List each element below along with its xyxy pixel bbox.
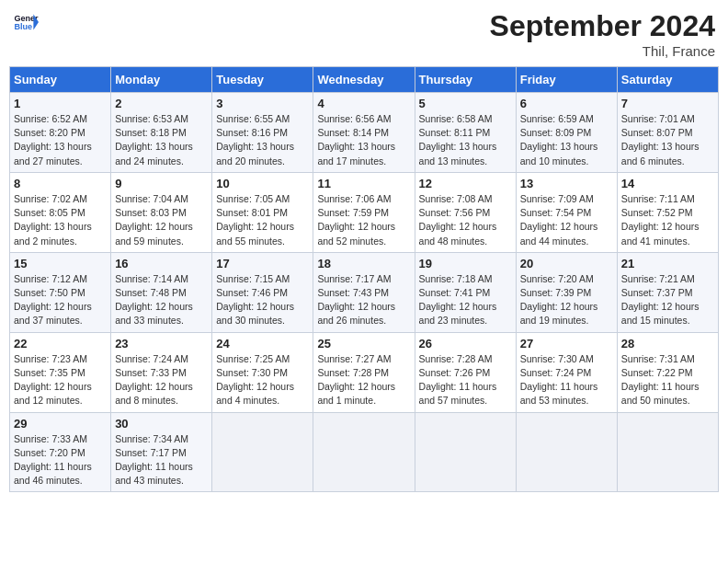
day-detail: Sunrise: 7:14 AM Sunset: 7:48 PM Dayligh…	[115, 272, 208, 328]
calendar-cell: 5Sunrise: 6:58 AM Sunset: 8:11 PM Daylig…	[415, 93, 516, 173]
day-detail: Sunrise: 7:31 AM Sunset: 7:22 PM Dayligh…	[621, 352, 714, 408]
calendar-header-row: SundayMondayTuesdayWednesdayThursdayFrid…	[10, 67, 719, 93]
calendar-cell	[212, 412, 313, 492]
day-detail: Sunrise: 7:09 AM Sunset: 7:54 PM Dayligh…	[520, 192, 613, 248]
calendar-cell: 4Sunrise: 6:56 AM Sunset: 8:14 PM Daylig…	[313, 93, 415, 173]
header-saturday: Saturday	[617, 67, 718, 93]
header-friday: Friday	[516, 67, 617, 93]
day-detail: Sunrise: 7:18 AM Sunset: 7:41 PM Dayligh…	[419, 272, 512, 328]
day-detail: Sunrise: 7:20 AM Sunset: 7:39 PM Dayligh…	[520, 272, 613, 328]
header-wednesday: Wednesday	[313, 67, 415, 93]
day-number: 20	[520, 257, 613, 270]
calendar-cell: 22Sunrise: 7:23 AM Sunset: 7:35 PM Dayli…	[10, 332, 111, 412]
day-number: 7	[621, 97, 714, 110]
day-number: 28	[621, 337, 714, 350]
day-number: 1	[14, 97, 107, 110]
calendar-week-3: 15Sunrise: 7:12 AM Sunset: 7:50 PM Dayli…	[10, 252, 719, 332]
day-number: 13	[520, 177, 613, 190]
day-number: 8	[14, 177, 107, 190]
calendar-week-5: 29Sunrise: 7:33 AM Sunset: 7:20 PM Dayli…	[10, 412, 719, 492]
day-number: 5	[419, 97, 512, 110]
svg-text:Blue: Blue	[14, 22, 32, 31]
day-number: 9	[115, 177, 208, 190]
calendar-table: SundayMondayTuesdayWednesdayThursdayFrid…	[9, 66, 719, 492]
day-number: 29	[14, 417, 107, 431]
day-detail: Sunrise: 7:28 AM Sunset: 7:26 PM Dayligh…	[419, 352, 512, 408]
calendar-cell: 30Sunrise: 7:34 AM Sunset: 7:17 PM Dayli…	[111, 412, 212, 492]
calendar-cell: 17Sunrise: 7:15 AM Sunset: 7:46 PM Dayli…	[212, 252, 313, 332]
day-number: 3	[216, 97, 309, 110]
day-detail: Sunrise: 7:08 AM Sunset: 7:56 PM Dayligh…	[419, 192, 512, 248]
day-detail: Sunrise: 7:05 AM Sunset: 8:01 PM Dayligh…	[216, 192, 309, 248]
day-number: 24	[216, 337, 309, 350]
day-detail: Sunrise: 7:30 AM Sunset: 7:24 PM Dayligh…	[520, 352, 613, 408]
calendar-cell: 14Sunrise: 7:11 AM Sunset: 7:52 PM Dayli…	[617, 172, 718, 252]
day-number: 22	[14, 337, 107, 350]
calendar-cell: 11Sunrise: 7:06 AM Sunset: 7:59 PM Dayli…	[313, 172, 415, 252]
location: Thil, France	[490, 43, 715, 59]
day-detail: Sunrise: 6:56 AM Sunset: 8:14 PM Dayligh…	[317, 112, 410, 168]
calendar-cell: 20Sunrise: 7:20 AM Sunset: 7:39 PM Dayli…	[516, 252, 617, 332]
day-detail: Sunrise: 6:52 AM Sunset: 8:20 PM Dayligh…	[14, 112, 107, 168]
calendar-cell	[516, 412, 617, 492]
day-detail: Sunrise: 7:21 AM Sunset: 7:37 PM Dayligh…	[621, 272, 714, 328]
day-number: 21	[621, 257, 714, 270]
day-detail: Sunrise: 7:04 AM Sunset: 8:03 PM Dayligh…	[115, 192, 208, 248]
day-detail: Sunrise: 7:24 AM Sunset: 7:33 PM Dayligh…	[115, 352, 208, 408]
day-number: 17	[216, 257, 309, 270]
calendar-cell: 8Sunrise: 7:02 AM Sunset: 8:05 PM Daylig…	[10, 172, 111, 252]
day-number: 30	[115, 417, 208, 431]
calendar-cell: 27Sunrise: 7:30 AM Sunset: 7:24 PM Dayli…	[516, 332, 617, 412]
calendar-cell: 6Sunrise: 6:59 AM Sunset: 8:09 PM Daylig…	[516, 93, 617, 173]
calendar-cell: 26Sunrise: 7:28 AM Sunset: 7:26 PM Dayli…	[415, 332, 516, 412]
day-detail: Sunrise: 7:27 AM Sunset: 7:28 PM Dayligh…	[317, 352, 410, 408]
day-detail: Sunrise: 7:34 AM Sunset: 7:17 PM Dayligh…	[115, 432, 208, 488]
page-header: General Blue September 2024 Thil, France	[9, 9, 719, 59]
calendar-week-2: 8Sunrise: 7:02 AM Sunset: 8:05 PM Daylig…	[10, 172, 719, 252]
calendar-cell: 1Sunrise: 6:52 AM Sunset: 8:20 PM Daylig…	[10, 93, 111, 173]
day-number: 12	[419, 177, 512, 190]
day-detail: Sunrise: 7:01 AM Sunset: 8:07 PM Dayligh…	[621, 112, 714, 168]
day-number: 11	[317, 177, 410, 190]
calendar-cell: 19Sunrise: 7:18 AM Sunset: 7:41 PM Dayli…	[415, 252, 516, 332]
calendar-cell: 23Sunrise: 7:24 AM Sunset: 7:33 PM Dayli…	[111, 332, 212, 412]
day-number: 19	[419, 257, 512, 270]
day-detail: Sunrise: 7:02 AM Sunset: 8:05 PM Dayligh…	[14, 192, 107, 248]
calendar-cell: 7Sunrise: 7:01 AM Sunset: 8:07 PM Daylig…	[617, 93, 718, 173]
day-number: 23	[115, 337, 208, 350]
day-number: 27	[520, 337, 613, 350]
calendar-cell: 29Sunrise: 7:33 AM Sunset: 7:20 PM Dayli…	[10, 412, 111, 492]
calendar-cell: 3Sunrise: 6:55 AM Sunset: 8:16 PM Daylig…	[212, 93, 313, 173]
month-title: September 2024	[490, 9, 715, 43]
calendar-cell: 21Sunrise: 7:21 AM Sunset: 7:37 PM Dayli…	[617, 252, 718, 332]
day-detail: Sunrise: 6:55 AM Sunset: 8:16 PM Dayligh…	[216, 112, 309, 168]
day-detail: Sunrise: 6:53 AM Sunset: 8:18 PM Dayligh…	[115, 112, 208, 168]
calendar-week-4: 22Sunrise: 7:23 AM Sunset: 7:35 PM Dayli…	[10, 332, 719, 412]
day-number: 4	[317, 97, 410, 110]
day-number: 2	[115, 97, 208, 110]
calendar-cell: 9Sunrise: 7:04 AM Sunset: 8:03 PM Daylig…	[111, 172, 212, 252]
calendar-cell: 15Sunrise: 7:12 AM Sunset: 7:50 PM Dayli…	[10, 252, 111, 332]
day-number: 14	[621, 177, 714, 190]
calendar-cell: 25Sunrise: 7:27 AM Sunset: 7:28 PM Dayli…	[313, 332, 415, 412]
day-detail: Sunrise: 7:17 AM Sunset: 7:43 PM Dayligh…	[317, 272, 410, 328]
logo-icon: General Blue	[13, 9, 39, 35]
calendar-cell: 13Sunrise: 7:09 AM Sunset: 7:54 PM Dayli…	[516, 172, 617, 252]
calendar-cell	[617, 412, 718, 492]
day-number: 6	[520, 97, 613, 110]
header-monday: Monday	[111, 67, 212, 93]
calendar-cell: 24Sunrise: 7:25 AM Sunset: 7:30 PM Dayli…	[212, 332, 313, 412]
calendar-cell: 12Sunrise: 7:08 AM Sunset: 7:56 PM Dayli…	[415, 172, 516, 252]
day-number: 26	[419, 337, 512, 350]
calendar-cell: 16Sunrise: 7:14 AM Sunset: 7:48 PM Dayli…	[111, 252, 212, 332]
header-tuesday: Tuesday	[212, 67, 313, 93]
day-detail: Sunrise: 7:15 AM Sunset: 7:46 PM Dayligh…	[216, 272, 309, 328]
day-number: 18	[317, 257, 410, 270]
day-detail: Sunrise: 7:33 AM Sunset: 7:20 PM Dayligh…	[14, 432, 107, 488]
header-sunday: Sunday	[10, 67, 111, 93]
day-detail: Sunrise: 7:11 AM Sunset: 7:52 PM Dayligh…	[621, 192, 714, 248]
header-thursday: Thursday	[415, 67, 516, 93]
calendar-week-1: 1Sunrise: 6:52 AM Sunset: 8:20 PM Daylig…	[10, 93, 719, 173]
calendar-cell: 18Sunrise: 7:17 AM Sunset: 7:43 PM Dayli…	[313, 252, 415, 332]
day-detail: Sunrise: 7:12 AM Sunset: 7:50 PM Dayligh…	[14, 272, 107, 328]
